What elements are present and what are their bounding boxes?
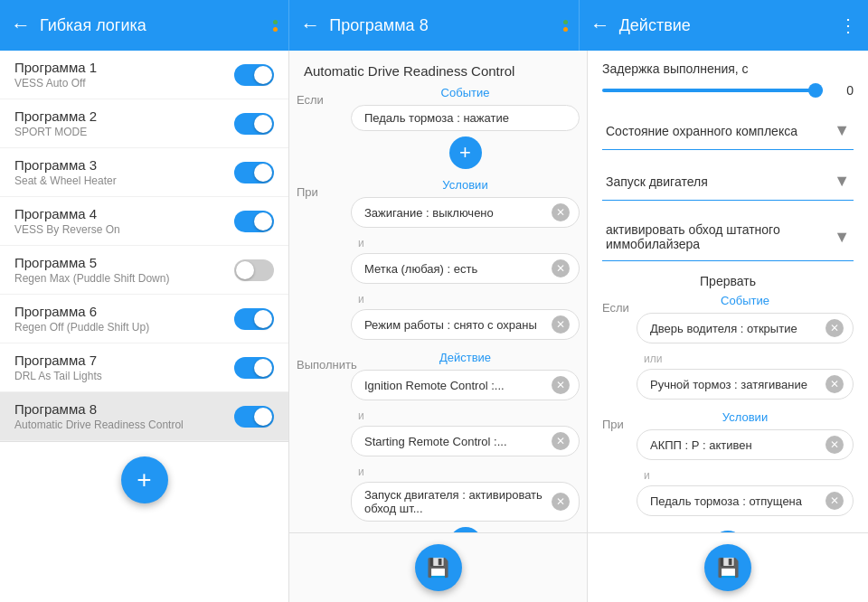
- action-chip-close-2[interactable]: ✕: [552, 493, 570, 511]
- interrupt-condition-close-1[interactable]: ✕: [826, 492, 844, 510]
- program-info-6: Программа 6 Regen Off (Puddle Shift Up): [14, 304, 234, 334]
- header-panel-1: ← Гибкая логика: [0, 0, 288, 51]
- save-button-middle[interactable]: 💾: [415, 544, 462, 591]
- back-button-3[interactable]: ←: [590, 15, 610, 35]
- condition-chip-text-0: Зажигание : выключено: [364, 206, 546, 220]
- programs-list: Программа 1 VESS Auto Off Программа 2 SP…: [0, 51, 288, 441]
- menu-button[interactable]: ⋮: [839, 14, 857, 36]
- middle-scroll: Если Событие Педаль тормоза : нажатие + …: [289, 86, 587, 532]
- program-item-1[interactable]: Программа 1 VESS Auto Off: [0, 51, 288, 99]
- when-label: При: [297, 178, 351, 199]
- back-button-2[interactable]: ←: [300, 15, 320, 35]
- action-section-row: Выполнить Действие Ignition Remote Contr…: [297, 351, 580, 532]
- toggle-1[interactable]: [234, 64, 274, 86]
- header-title-1: Гибкая логика: [40, 16, 273, 35]
- dropdown-2[interactable]: Запуск двигателя ▼: [602, 163, 854, 201]
- toggle-5[interactable]: [234, 259, 274, 281]
- conditions-list: Зажигание : выключено✕иМетка (любая) : е…: [351, 197, 580, 340]
- status-indicator-2: [563, 20, 568, 32]
- action-section-content: Действие Ignition Remote Control :...✕иS…: [351, 351, 580, 532]
- program-info-1: Программа 1 VESS Auto Off: [14, 60, 234, 89]
- action-chip-close-0[interactable]: ✕: [552, 376, 570, 394]
- interrupt-conditions-list: АКПП : Р : активен✕иПедаль тормоза : отп…: [637, 429, 854, 516]
- header-panel-2: ← Программа 8: [288, 0, 578, 51]
- action-chip-close-1[interactable]: ✕: [552, 432, 570, 450]
- program-item-3[interactable]: Программа 3 Seat & Wheel Heater: [0, 148, 288, 197]
- program-subtitle-2: SPORT MODE: [14, 126, 234, 138]
- dropdown-1[interactable]: Состояние охранного комплекса ▼: [602, 112, 854, 150]
- condition-chip-close-0[interactable]: ✕: [552, 203, 570, 221]
- program-name-6: Программа 6: [14, 304, 234, 319]
- dropdown-1-text: Состояние охранного комплекса: [606, 124, 834, 138]
- interrupt-event-close-0[interactable]: ✕: [826, 319, 844, 337]
- header-panel-3: ← Действие ⋮: [579, 0, 868, 51]
- program-item-6[interactable]: Программа 6 Regen Off (Puddle Shift Up): [0, 295, 288, 343]
- toggle-8[interactable]: [234, 406, 274, 428]
- program-subtitle-4: VESS By Reverse On: [14, 223, 234, 236]
- action-chip-text-0: Ignition Remote Control :...: [364, 379, 546, 392]
- interrupt-condition-chip-text-0: АКПП : Р : активен: [650, 438, 820, 452]
- dropdown-3[interactable]: активировать обход штатного иммобилайзер…: [602, 213, 854, 261]
- condition-chip-close-1[interactable]: ✕: [552, 259, 570, 277]
- condition-chip-0[interactable]: Зажигание : выключено✕: [351, 197, 580, 228]
- dropdown-2-arrow: ▼: [834, 172, 850, 191]
- interrupt-event-chip-1[interactable]: Ручной тормоз : затягивание✕: [637, 369, 854, 400]
- interrupt-condition-close-0[interactable]: ✕: [826, 436, 844, 454]
- program-item-8[interactable]: Программа 8 Automatic Drive Readiness Co…: [0, 392, 288, 441]
- action-chip-1[interactable]: Starting Remote Control :...✕: [351, 426, 580, 456]
- action-chip-2[interactable]: Запуск двигателя : активировать обход шт…: [351, 482, 580, 522]
- or-label-0: или: [637, 349, 854, 369]
- interrupt-condition-chip-1[interactable]: Педаль тормоза : отпущена✕: [637, 485, 854, 516]
- interrupt-events-list: Дверь водителя : открытие✕илиРучной торм…: [637, 313, 854, 400]
- interrupt-condition-content: Условии АКПП : Р : активен✕иПедаль тормо…: [637, 410, 854, 522]
- left-panel: Программа 1 VESS Auto Off Программа 2 SP…: [0, 51, 289, 602]
- condition-chip-1[interactable]: Метка (любая) : есть✕: [351, 253, 580, 284]
- condition-section-row: При Условии Зажигание : выключено✕иМетка…: [297, 178, 580, 345]
- program-subtitle-6: Regen Off (Puddle Shift Up): [14, 321, 234, 334]
- status-dot-4: [563, 27, 568, 32]
- add-program-button[interactable]: +: [121, 456, 168, 503]
- header-title-2: Программа 8: [329, 16, 562, 35]
- status-dot-3: [563, 20, 568, 24]
- delay-slider[interactable]: [602, 89, 823, 92]
- toggle-knob-5: [236, 261, 254, 279]
- interrupt-condition-chip-0[interactable]: АКПП : Р : активен✕: [637, 429, 854, 460]
- save-button-right[interactable]: 💾: [704, 544, 751, 591]
- condition-chip-close-2[interactable]: ✕: [552, 315, 570, 334]
- if-label-right: Если: [602, 294, 637, 315]
- toggle-3[interactable]: [234, 162, 274, 183]
- toggle-6[interactable]: [234, 308, 274, 330]
- program-item-5[interactable]: Программа 5 Regen Max (Puddle Shift Down…: [0, 246, 288, 295]
- delay-section: Задержка выполнения, с 0: [602, 61, 854, 98]
- program-item-4[interactable]: Программа 4 VESS By Reverse On: [0, 197, 288, 246]
- content: Программа 1 VESS Auto Off Программа 2 SP…: [0, 51, 868, 602]
- program-info-2: Программа 2 SPORT MODE: [14, 108, 234, 138]
- toggle-knob-8: [254, 408, 272, 426]
- interrupt-event-row: Если Событие Дверь водителя : открытие✕и…: [602, 294, 854, 405]
- status-dot-2: [273, 27, 278, 32]
- add-event-button[interactable]: +: [449, 136, 482, 169]
- middle-panel: Automatic Drive Readiness Control Если С…: [289, 51, 588, 602]
- condition-chip-2[interactable]: Режим работы : снято с охраны✕: [351, 309, 580, 340]
- interrupt-event-close-1[interactable]: ✕: [826, 375, 844, 393]
- event-chip[interactable]: Педаль тормоза : нажатие: [351, 105, 580, 131]
- toggle-knob-4: [254, 212, 272, 230]
- dropdown-3-text: активировать обход штатного иммобилайзер…: [606, 222, 834, 251]
- slider-thumb: [808, 83, 823, 98]
- toggle-7[interactable]: [234, 357, 274, 379]
- slider-row: 0: [602, 83, 854, 98]
- toggle-4[interactable]: [234, 211, 274, 232]
- condition-chip-text-2: Режим работы : снято с охраны: [364, 318, 546, 332]
- interrupt-event-content: Событие Дверь водителя : открытие✕илиРуч…: [637, 294, 854, 405]
- delay-label: Задержка выполнения, с: [602, 61, 854, 76]
- program-item-2[interactable]: Программа 2 SPORT MODE: [0, 99, 288, 148]
- action-chip-0[interactable]: Ignition Remote Control :...✕: [351, 370, 580, 400]
- toggle-2[interactable]: [234, 113, 274, 135]
- execute-label: Выполнить: [297, 351, 351, 372]
- interrupt-event-chip-0[interactable]: Дверь водителя : открытие✕: [637, 313, 854, 343]
- header: ← Гибкая логика ← Программа 8 ← Действие…: [0, 0, 868, 51]
- program-info-8: Программа 8 Automatic Drive Readiness Co…: [14, 401, 234, 431]
- program-item-7[interactable]: Программа 7 DRL As Tail Lights: [0, 343, 288, 392]
- back-button-1[interactable]: ←: [11, 15, 31, 35]
- interrupt-section: Прервать Если Событие Дверь водителя : о…: [602, 274, 854, 532]
